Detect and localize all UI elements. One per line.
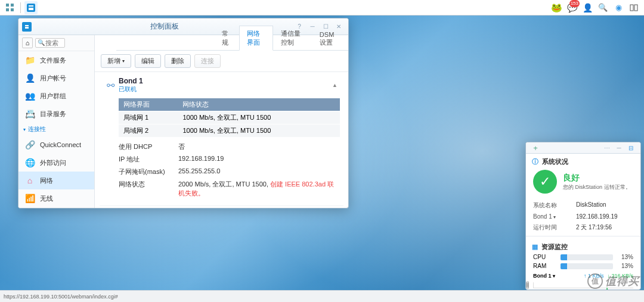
sidebar-item-label: 文件服务 [40, 56, 66, 65]
widgets-icon[interactable]: ◉ [612, 1, 625, 14]
tab-网络界面[interactable]: 网络界面 [239, 35, 273, 51]
widget-menu-button[interactable]: ⋯ [601, 142, 613, 153]
adapter-table: 网络界面网络状态局域网 11000 Mb/s, 全双工, MTU 1500局域网… [119, 98, 340, 137]
sidebar-item-icon: 👤 [24, 73, 35, 83]
user-icon[interactable]: 👤 [581, 1, 594, 14]
content-area: 常规网络界面通信量控制DSM 设置 新增 编辑 删除 连接 ⚯ Bond 1 已… [95, 35, 348, 208]
svg-rect-2 [6, 8, 9, 11]
health-good-label: 良好 [563, 173, 631, 183]
interface-header[interactable]: ⚯ Bond 1 已联机 ▲ [100, 73, 343, 97]
svg-rect-3 [11, 8, 14, 11]
svg-rect-10 [25, 25, 29, 26]
taskbar: 🐸 💬153 👤 🔍 ◉ [0, 0, 644, 15]
table-row[interactable]: 局域网 21000 Mb/s, 全双工, MTU 1500 [119, 124, 340, 138]
sidebar-item-安全性[interactable]: 🛡安全性 [18, 207, 94, 208]
interface-header[interactable]: ⇢ PPPoE 尚未联机 ▼ [100, 206, 343, 208]
sidebar-item-label: 用户帐号 [40, 74, 66, 83]
monitor-icon: ▦ [532, 243, 538, 251]
sidebar-item-网络[interactable]: ⌂网络 [18, 172, 94, 189]
tab-bar: 常规网络界面通信量控制DSM 设置 [116, 35, 348, 51]
connect-button[interactable]: 连接 [194, 54, 221, 68]
sidebar-item-icon: 📶 [24, 193, 35, 204]
window-icon [22, 22, 32, 32]
ram-row: RAM 13% [526, 261, 640, 270]
chevron-icon: ▲ [332, 82, 341, 88]
table-row[interactable]: 局域网 11000 Mb/s, 全双工, MTU 1500 [119, 111, 340, 124]
svg-rect-11 [25, 27, 29, 29]
health-status: ✓ 良好 您的 DiskStation 运转正常。 [526, 167, 640, 200]
sidebar-item-label: QuickConnect [40, 141, 81, 148]
interface-name: Bond 1 [119, 77, 143, 85]
sidebar-item-icon: 📁 [24, 55, 35, 66]
sidebar-item[interactable]: 👥用户群组 [18, 87, 94, 105]
widget-pin-button[interactable]: ⊟ [625, 142, 637, 153]
sidebar-item-label: 外部访问 [40, 158, 66, 167]
search-icon: 🔍 [38, 39, 45, 46]
sidebar-item-icon: 🌐 [24, 157, 35, 168]
svg-rect-7 [630, 5, 633, 11]
tab-通信量控制[interactable]: 通信量控制 [273, 35, 312, 50]
notifications-icon[interactable]: 💬153 [565, 1, 578, 14]
svg-rect-0 [6, 4, 9, 7]
interface-PPPoE: ⇢ PPPoE 尚未联机 ▼ [100, 206, 343, 208]
delete-button[interactable]: 删除 [165, 54, 191, 68]
sidebar-item-icon: 📇 [24, 108, 35, 119]
edit-button[interactable]: 编辑 [135, 54, 161, 68]
interface-list: ⚯ Bond 1 已联机 ▲ 网络界面网络状态局域网 11000 Mb/s, 全… [95, 72, 348, 208]
main-menu-icon[interactable] [4, 1, 17, 14]
sidebar-item-icon: 🔗 [24, 139, 35, 150]
taskbar-app-control-panel[interactable] [24, 1, 38, 14]
kv-row: 子网掩码(mask)255.255.255.0 [119, 166, 340, 178]
sidebar-item-label: 无线 [40, 194, 53, 203]
svg-rect-1 [11, 4, 14, 7]
add-widget-button[interactable]: + [530, 142, 541, 153]
sidebar-item-label: 网络 [40, 176, 53, 185]
widget-minimize-button[interactable]: ─ [613, 142, 625, 153]
browser-statusbar: https://192.168.199.10:5001/webman/index… [0, 290, 644, 302]
cpu-row: CPU 13% [526, 253, 640, 261]
health-section-header: ⓘ 系统状况 [526, 154, 640, 167]
status-url: https://192.168.199.10:5001/webman/index… [4, 294, 640, 300]
sidebar-item-无线[interactable]: 📶无线 [18, 189, 94, 207]
svg-rect-5 [29, 5, 33, 7]
sidebar-search-row: ⌂ 🔍 [18, 35, 94, 51]
system-health-widget: + ⋯ ─ ⊟ ⓘ 系统状况 ✓ 良好 您的 DiskStation 运转正常。… [525, 142, 641, 290]
cpu-bar [561, 254, 613, 260]
control-panel-window: 控制面板 ? ─ ☐ ✕ ⌂ 🔍 📁文件服务👤用户帐号👥用户群组📇目录服务 ▾连… [18, 18, 349, 208]
net-interface-dropdown[interactable]: Bond 1 [533, 273, 555, 279]
share-icon: ⚯ [102, 80, 119, 91]
check-icon: ✓ [533, 170, 557, 194]
add-button[interactable]: 新增 [101, 54, 131, 68]
sidebar-item-label: 目录服务 [40, 110, 66, 119]
sidebar-item[interactable]: 📁文件服务 [18, 51, 94, 69]
sidebar-item-icon: 👥 [24, 91, 35, 101]
health-desc: 您的 DiskStation 运转正常。 [563, 183, 631, 191]
pilot-view-icon[interactable] [627, 1, 640, 14]
sidebar-item-icon: ⌂ [24, 175, 35, 186]
download-status-icon[interactable]: 🐸 [550, 1, 563, 14]
tab-常规[interactable]: 常规 [214, 35, 239, 50]
search-icon[interactable]: 🔍 [596, 1, 609, 14]
kv-row: 使用 DHCP否 [119, 141, 340, 153]
tab-DSM 设置[interactable]: DSM 设置 [312, 35, 348, 50]
notification-badge: 153 [569, 0, 580, 7]
interface-detail: 网络界面网络状态局域网 11000 Mb/s, 全双工, MTU 1500局域网… [100, 97, 343, 206]
svg-rect-6 [29, 8, 33, 10]
sidebar-item[interactable]: 👤用户帐号 [18, 69, 94, 87]
toolbar: 新增 编辑 删除 连接 [95, 51, 348, 72]
interface-status: 已联机 [119, 85, 143, 94]
sidebar-section-connectivity[interactable]: ▾连接性 [18, 123, 94, 136]
sidebar-item-QuickConnect[interactable]: 🔗QuickConnect [18, 136, 94, 154]
kv-row: 网络状态2000 Mb/s, 全双工, MTU 1500, 创建 IEEE 80… [119, 178, 340, 200]
widget-info-row: 系统名称DiskStation [526, 200, 640, 211]
svg-rect-8 [634, 5, 637, 11]
sidebar-item-外部访问[interactable]: 🌐外部访问 [18, 154, 94, 172]
interface-Bond 1: ⚯ Bond 1 已联机 ▲ 网络界面网络状态局域网 11000 Mb/s, 全… [100, 73, 343, 206]
widget-titlebar[interactable]: + ⋯ ─ ⊟ [526, 142, 640, 154]
home-icon[interactable]: ⌂ [22, 38, 33, 48]
divider [526, 236, 640, 236]
info-icon: ⓘ [532, 157, 538, 166]
sidebar-item[interactable]: 📇目录服务 [18, 105, 94, 123]
ram-bar [561, 263, 613, 269]
kv-row: IP 地址192.168.199.19 [119, 153, 340, 166]
